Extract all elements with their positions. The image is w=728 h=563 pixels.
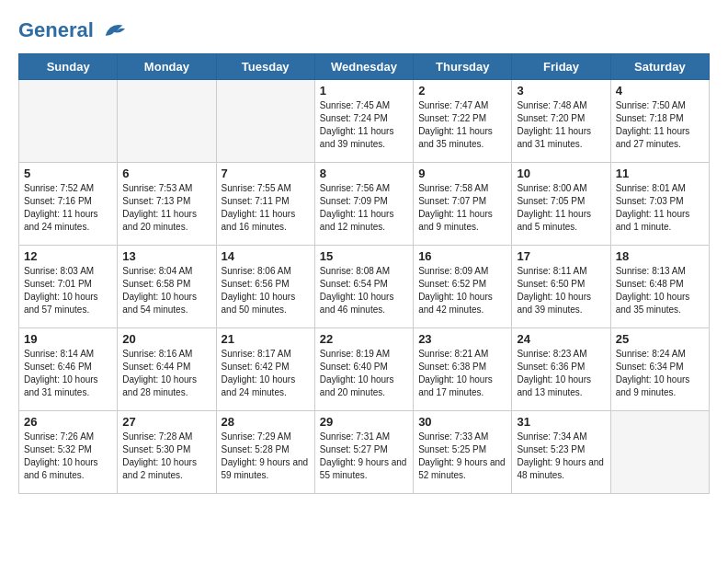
- day-info: Sunrise: 7:34 AMSunset: 5:23 PMDaylight:…: [517, 431, 605, 482]
- calendar-cell: 22Sunrise: 8:19 AMSunset: 6:40 PMDayligh…: [314, 328, 413, 411]
- day-info: Sunrise: 7:52 AMSunset: 7:16 PMDaylight:…: [24, 182, 112, 234]
- calendar-cell: 11Sunrise: 8:01 AMSunset: 7:03 PMDayligh…: [610, 163, 709, 246]
- calendar-week-4: 19Sunrise: 8:14 AMSunset: 6:46 PMDayligh…: [19, 328, 710, 411]
- page-header: General: [18, 18, 710, 44]
- weekday-header-tuesday: Tuesday: [216, 54, 314, 80]
- calendar-cell: 13Sunrise: 8:04 AMSunset: 6:58 PMDayligh…: [118, 246, 216, 328]
- calendar-week-5: 26Sunrise: 7:26 AMSunset: 5:32 PMDayligh…: [19, 411, 710, 494]
- day-info: Sunrise: 8:09 AMSunset: 6:52 PMDaylight:…: [418, 265, 506, 316]
- calendar-cell: 4Sunrise: 7:50 AMSunset: 7:18 PMDaylight…: [610, 80, 709, 163]
- day-info: Sunrise: 8:19 AMSunset: 6:40 PMDaylight:…: [320, 348, 408, 399]
- day-info: Sunrise: 7:58 AMSunset: 7:07 PMDaylight:…: [418, 182, 506, 234]
- day-number: 9: [418, 167, 506, 180]
- day-number: 3: [517, 84, 605, 98]
- day-info: Sunrise: 8:11 AMSunset: 6:50 PMDaylight:…: [517, 265, 605, 316]
- day-number: 19: [24, 332, 112, 346]
- calendar-cell: 3Sunrise: 7:48 AMSunset: 7:20 PMDaylight…: [512, 80, 610, 163]
- day-number: 14: [222, 249, 310, 263]
- day-number: 31: [517, 415, 605, 429]
- calendar-cell: 2Sunrise: 7:47 AMSunset: 7:22 PMDaylight…: [414, 80, 512, 163]
- weekday-header-wednesday: Wednesday: [314, 54, 413, 80]
- calendar-header-row: SundayMondayTuesdayWednesdayThursdayFrid…: [19, 54, 710, 80]
- day-info: Sunrise: 7:33 AMSunset: 5:25 PMDaylight:…: [418, 431, 506, 482]
- day-number: 15: [320, 249, 408, 263]
- calendar-cell: 9Sunrise: 7:58 AMSunset: 7:07 PMDaylight…: [414, 163, 512, 246]
- day-number: 13: [122, 249, 210, 263]
- weekday-header-sunday: Sunday: [19, 54, 118, 80]
- day-info: Sunrise: 7:28 AMSunset: 5:30 PMDaylight:…: [122, 431, 210, 482]
- calendar-table: SundayMondayTuesdayWednesdayThursdayFrid…: [18, 53, 710, 494]
- day-number: 25: [616, 332, 704, 346]
- calendar-cell: 31Sunrise: 7:34 AMSunset: 5:23 PMDayligh…: [512, 411, 610, 494]
- day-number: 20: [122, 332, 210, 346]
- day-number: 7: [222, 167, 310, 180]
- day-info: Sunrise: 8:21 AMSunset: 6:38 PMDaylight:…: [418, 348, 506, 399]
- day-number: 10: [517, 167, 605, 180]
- calendar-cell: [216, 80, 314, 163]
- day-info: Sunrise: 8:24 AMSunset: 6:34 PMDaylight:…: [616, 348, 704, 399]
- calendar-cell: [19, 80, 118, 163]
- day-number: 30: [418, 415, 506, 429]
- day-number: 16: [418, 249, 506, 263]
- calendar-cell: 21Sunrise: 8:17 AMSunset: 6:42 PMDayligh…: [216, 328, 314, 411]
- calendar-cell: 18Sunrise: 8:13 AMSunset: 6:48 PMDayligh…: [610, 246, 709, 328]
- calendar-cell: 29Sunrise: 7:31 AMSunset: 5:27 PMDayligh…: [314, 411, 413, 494]
- day-info: Sunrise: 8:16 AMSunset: 6:44 PMDaylight:…: [122, 348, 210, 399]
- day-number: 12: [24, 249, 112, 263]
- calendar-cell: 8Sunrise: 7:56 AMSunset: 7:09 PMDaylight…: [314, 163, 413, 246]
- day-info: Sunrise: 8:01 AMSunset: 7:03 PMDaylight:…: [616, 182, 704, 234]
- day-number: 8: [320, 167, 408, 180]
- day-info: Sunrise: 8:17 AMSunset: 6:42 PMDaylight:…: [222, 348, 310, 399]
- day-info: Sunrise: 8:13 AMSunset: 6:48 PMDaylight:…: [616, 265, 704, 316]
- day-info: Sunrise: 8:08 AMSunset: 6:54 PMDaylight:…: [320, 265, 408, 316]
- day-info: Sunrise: 8:23 AMSunset: 6:36 PMDaylight:…: [517, 348, 605, 399]
- day-number: 24: [517, 332, 605, 346]
- day-info: Sunrise: 8:00 AMSunset: 7:05 PMDaylight:…: [517, 182, 605, 234]
- weekday-header-saturday: Saturday: [610, 54, 709, 80]
- day-info: Sunrise: 8:04 AMSunset: 6:58 PMDaylight:…: [122, 265, 210, 316]
- day-info: Sunrise: 7:48 AMSunset: 7:20 PMDaylight:…: [517, 99, 605, 151]
- day-info: Sunrise: 7:29 AMSunset: 5:28 PMDaylight:…: [222, 431, 310, 482]
- day-number: 11: [616, 167, 704, 180]
- day-info: Sunrise: 8:03 AMSunset: 7:01 PMDaylight:…: [24, 265, 112, 316]
- day-info: Sunrise: 7:53 AMSunset: 7:13 PMDaylight:…: [122, 182, 210, 234]
- day-number: 17: [517, 249, 605, 263]
- day-number: 21: [222, 332, 310, 346]
- calendar-cell: 19Sunrise: 8:14 AMSunset: 6:46 PMDayligh…: [19, 328, 118, 411]
- logo-general: General: [18, 18, 94, 41]
- calendar-cell: [610, 411, 709, 494]
- day-info: Sunrise: 8:14 AMSunset: 6:46 PMDaylight:…: [24, 348, 112, 399]
- calendar-cell: 1Sunrise: 7:45 AMSunset: 7:24 PMDaylight…: [314, 80, 413, 163]
- day-number: 22: [320, 332, 408, 346]
- day-number: 6: [122, 167, 210, 180]
- calendar-cell: 26Sunrise: 7:26 AMSunset: 5:32 PMDayligh…: [19, 411, 118, 494]
- calendar-week-1: 1Sunrise: 7:45 AMSunset: 7:24 PMDaylight…: [19, 80, 710, 163]
- calendar-cell: 7Sunrise: 7:55 AMSunset: 7:11 PMDaylight…: [216, 163, 314, 246]
- calendar-cell: 27Sunrise: 7:28 AMSunset: 5:30 PMDayligh…: [118, 411, 216, 494]
- weekday-header-monday: Monday: [118, 54, 216, 80]
- calendar-cell: 16Sunrise: 8:09 AMSunset: 6:52 PMDayligh…: [414, 246, 512, 328]
- logo-bird-icon: [101, 18, 127, 44]
- calendar-body: 1Sunrise: 7:45 AMSunset: 7:24 PMDaylight…: [19, 80, 710, 494]
- logo: General: [18, 18, 127, 44]
- day-number: 29: [320, 415, 408, 429]
- day-info: Sunrise: 7:31 AMSunset: 5:27 PMDaylight:…: [320, 431, 408, 482]
- calendar-cell: 17Sunrise: 8:11 AMSunset: 6:50 PMDayligh…: [512, 246, 610, 328]
- calendar-cell: [118, 80, 216, 163]
- calendar-cell: 28Sunrise: 7:29 AMSunset: 5:28 PMDayligh…: [216, 411, 314, 494]
- day-info: Sunrise: 7:50 AMSunset: 7:18 PMDaylight:…: [616, 99, 704, 151]
- day-number: 1: [320, 84, 408, 98]
- day-number: 2: [418, 84, 506, 98]
- day-number: 23: [418, 332, 506, 346]
- calendar-cell: 5Sunrise: 7:52 AMSunset: 7:16 PMDaylight…: [19, 163, 118, 246]
- weekday-header-thursday: Thursday: [414, 54, 512, 80]
- calendar-week-3: 12Sunrise: 8:03 AMSunset: 7:01 PMDayligh…: [19, 246, 710, 328]
- calendar-week-2: 5Sunrise: 7:52 AMSunset: 7:16 PMDaylight…: [19, 163, 710, 246]
- day-info: Sunrise: 7:56 AMSunset: 7:09 PMDaylight:…: [320, 182, 408, 234]
- day-info: Sunrise: 7:55 AMSunset: 7:11 PMDaylight:…: [222, 182, 310, 234]
- calendar-cell: 25Sunrise: 8:24 AMSunset: 6:34 PMDayligh…: [610, 328, 709, 411]
- day-info: Sunrise: 7:45 AMSunset: 7:24 PMDaylight:…: [320, 99, 408, 151]
- calendar-cell: 12Sunrise: 8:03 AMSunset: 7:01 PMDayligh…: [19, 246, 118, 328]
- day-number: 5: [24, 167, 112, 180]
- day-info: Sunrise: 7:47 AMSunset: 7:22 PMDaylight:…: [418, 99, 506, 151]
